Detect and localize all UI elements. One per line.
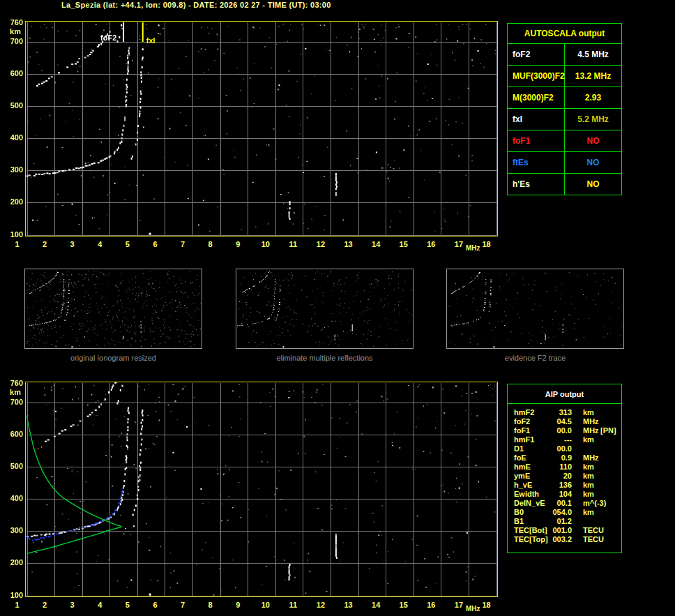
- parameter-label: D1: [514, 444, 524, 453]
- table-row: h_vE136km: [508, 481, 621, 490]
- x-tick: 3: [66, 240, 79, 248]
- thumbnail-no-multiples-canvas: [236, 269, 413, 348]
- x-tick: 2: [38, 601, 52, 609]
- parameter-value: 13.2 MHz: [565, 66, 621, 87]
- x-tick: 15: [397, 240, 411, 248]
- autoscala-output-table: AUTOSCALA output foF24.5 MHzMUF(3000)F21…: [507, 23, 622, 195]
- parameter-value: 20: [533, 472, 572, 480]
- parameter-label: MUF(3000)F2: [508, 66, 565, 87]
- x-tick: 13: [342, 240, 356, 248]
- x-tick: 1: [10, 601, 24, 609]
- parameter-unit: km: [583, 408, 594, 416]
- table-row: foF24.5 MHz: [508, 44, 621, 66]
- y-axis-unit: km: [0, 388, 21, 396]
- x-tick: 5: [121, 240, 135, 248]
- y-tick: 200: [0, 197, 23, 206]
- thumbnail-caption: eliminate multiple reflections: [236, 354, 414, 362]
- x-tick: 15: [397, 601, 411, 609]
- table-row: TEC[Top]003.2TECU: [508, 535, 621, 544]
- x-tick: 13: [342, 601, 356, 609]
- y-tick: 700: [0, 398, 23, 406]
- y-axis-unit: km: [0, 27, 21, 36]
- x-tick: 1: [10, 240, 24, 248]
- y-tick: 500: [0, 462, 23, 470]
- table-row: fxI5.2 MHz: [508, 109, 621, 130]
- thumbnail-original-ionogram: [24, 269, 202, 349]
- y-tick: 760: [0, 18, 23, 27]
- x-tick: 14: [369, 601, 383, 609]
- parameter-value: 054.0: [533, 508, 572, 516]
- ionogram-plot-bottom: [25, 382, 498, 597]
- thumbnail-f2-evidence-canvas: [447, 269, 623, 348]
- x-tick: 16: [424, 601, 438, 609]
- parameter-unit: TECU: [583, 526, 604, 534]
- x-tick: 3: [66, 601, 79, 609]
- thumbnail-caption: original ionogram resized: [24, 354, 202, 362]
- table-row: foF1NO: [508, 130, 621, 152]
- parameter-value: 110: [533, 463, 572, 471]
- x-tick: 12: [314, 240, 328, 248]
- parameter-value: NO: [565, 130, 621, 151]
- x-tick: 7: [176, 601, 190, 609]
- table-row: hmE110km: [508, 463, 621, 472]
- y-tick: 100: [0, 230, 23, 239]
- parameter-value: ---: [533, 435, 572, 444]
- x-tick: 11: [286, 601, 300, 609]
- parameter-label: M(3000)F2: [508, 87, 565, 108]
- parameter-value: 01.2: [533, 517, 572, 525]
- y-tick: 600: [0, 430, 23, 438]
- parameter-label: hmE: [514, 463, 531, 471]
- parameter-value: 313: [533, 408, 572, 416]
- thumbnail-original-canvas: [25, 269, 202, 348]
- ionogram-bottom-canvas: [26, 382, 497, 596]
- x-tick: 18: [480, 601, 494, 609]
- parameter-value: 00.0: [533, 444, 572, 453]
- x-tick: 4: [93, 601, 107, 609]
- autoscala-window: La_Spezia (lat: +44.1, lon: 009.8) - DAT…: [0, 0, 675, 616]
- parameter-label: hmF1: [514, 435, 534, 444]
- parameter-label: foF1: [514, 426, 530, 435]
- thumbnail-caption: evidence F2 trace: [446, 354, 624, 362]
- table-row: foF100.0MHz[PN]: [508, 426, 621, 435]
- ionogram-plot-top: foF2fxI: [25, 21, 498, 236]
- parameter-label: foF1: [508, 130, 565, 151]
- parameter-value: 2.93: [565, 87, 621, 108]
- aip-table-title: AIP output: [508, 384, 621, 404]
- parameter-value: 00.0: [533, 426, 572, 435]
- parameter-value: 0.9: [533, 453, 572, 462]
- parameter-unit: MHz: [583, 417, 599, 426]
- fof2-marker-label: foF2: [100, 33, 116, 42]
- x-tick: 6: [148, 601, 162, 609]
- parameter-value: 00.1: [533, 499, 572, 507]
- parameter-label: h'Es: [508, 174, 565, 195]
- autoscala-table-rows: foF24.5 MHzMUF(3000)F213.2 MHzM(3000)F22…: [508, 44, 621, 195]
- y-tick: 300: [0, 526, 23, 534]
- table-row: ftEsNO: [508, 152, 621, 174]
- parameter-flag: [PN]: [600, 426, 616, 435]
- table-row: MUF(3000)F213.2 MHz: [508, 66, 621, 87]
- x-tick: 2: [38, 240, 52, 248]
- parameter-label: B1: [514, 517, 524, 525]
- table-row: Ewidth104km: [508, 490, 621, 499]
- table-row: B101.2: [508, 517, 621, 526]
- table-row: hmF2313km: [508, 408, 621, 417]
- table-row: D100.0: [508, 444, 621, 453]
- table-row: h'EsNO: [508, 174, 621, 195]
- x-tick: 12: [314, 601, 328, 609]
- x-tick: 9: [231, 240, 245, 248]
- x-axis-unit: MHz: [466, 244, 480, 252]
- parameter-value: NO: [565, 152, 621, 173]
- parameter-value: 5.2 MHz: [565, 109, 621, 130]
- parameter-value: 104: [533, 490, 572, 498]
- x-tick: 10: [259, 601, 273, 609]
- x-tick: 17: [452, 240, 466, 248]
- parameter-label: foF2: [508, 44, 565, 65]
- y-tick: 200: [0, 558, 23, 566]
- table-row: foF204.5MHz: [508, 417, 621, 426]
- parameter-value: NO: [565, 174, 621, 195]
- parameter-label: fxI: [508, 109, 565, 130]
- aip-output-table: AIP output hmF2313kmfoF204.5MHzfoF100.0M…: [507, 384, 622, 553]
- parameter-value: 136: [533, 481, 572, 489]
- parameter-label: hmF2: [514, 408, 534, 416]
- parameter-unit: km: [583, 490, 594, 498]
